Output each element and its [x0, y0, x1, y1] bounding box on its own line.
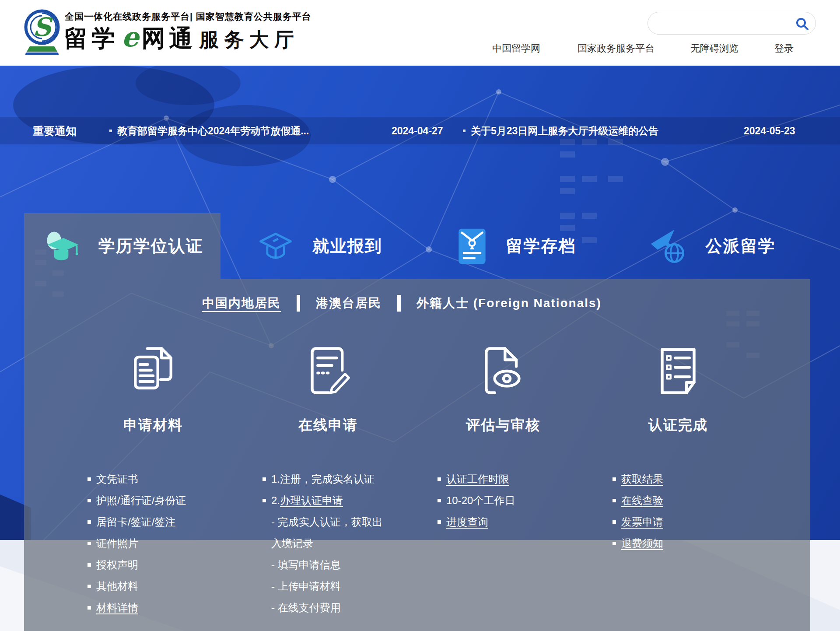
site-logo-icon[interactable]: S: [23, 6, 62, 60]
svg-text:S: S: [33, 12, 53, 42]
step-list: 认证工作时限10-20个工作日进度查询: [438, 468, 569, 533]
list-item[interactable]: 在线查验: [612, 490, 744, 511]
notice-date-1: 2024-04-27: [392, 117, 443, 144]
step-application-materials: 申请材料 文凭证书护照/通行证/身份证居留卡/签证/签注证件照片授权声明其他材料…: [88, 345, 219, 410]
nav-link-cscse[interactable]: 中国留学网: [492, 42, 540, 55]
list-item[interactable]: 材料详情: [88, 597, 219, 618]
subtab-mainland-residents[interactable]: 中国内地居民: [202, 295, 281, 312]
list-item[interactable]: 进度查询: [438, 511, 569, 533]
list-item[interactable]: 发票申请: [612, 511, 744, 533]
list-item: - 上传申请材料: [262, 575, 394, 597]
service-tabs: 学历学位认证 就业报到 留学存档: [24, 213, 810, 279]
residency-subtabs: 中国内地居民 港澳台居民 外籍人士 (Foreign Nationals): [202, 295, 602, 312]
search-input[interactable]: [658, 12, 790, 34]
list-item: 居留卡/签证/签注: [88, 511, 219, 533]
checklist-icon: [612, 345, 744, 410]
notice-link-2[interactable]: 关于5月23日网上服务大厅升级运维的公告: [463, 117, 658, 144]
list-item: - 完成实人认证，获取出 入境记录: [262, 511, 394, 554]
subtab-divider: [297, 295, 300, 312]
notice-date-2: 2024-05-23: [744, 117, 795, 144]
list-item[interactable]: 获取结果: [612, 468, 744, 490]
list-item: 授权声明: [88, 554, 219, 575]
step-title: 在线申请: [262, 416, 394, 435]
step-assessment-review: 评估与审核 认证工作时限10-20个工作日进度查询: [438, 345, 569, 410]
step-title: 评估与审核: [438, 416, 569, 435]
step-certification-complete: 认证完成 获取结果在线查验发票申请退费须知: [612, 345, 744, 410]
tab-government-sponsored[interactable]: 公派留学: [614, 213, 810, 279]
list-item: 证件照片: [88, 533, 219, 554]
degree-certification-panel: 中国内地居民 港澳台居民 外籍人士 (Foreign Nationals) 申请…: [24, 279, 810, 631]
archive-envelope-icon: [455, 226, 489, 266]
list-item: 其他材料: [88, 575, 219, 597]
tab-degree-certification[interactable]: 学历学位认证: [24, 213, 220, 279]
nav-link-gov-platform[interactable]: 国家政务服务平台: [578, 42, 654, 55]
step-list: 1.注册，完成实名认证2.办理认证申请- 完成实人认证，获取出 入境记录- 填写…: [262, 468, 394, 618]
nav-link-accessibility[interactable]: 无障碍浏览: [690, 42, 738, 55]
plane-globe-icon: [648, 226, 689, 266]
list-item: - 在线支付费用: [262, 597, 394, 618]
subtab-hk-macao-taiwan[interactable]: 港澳台居民: [316, 295, 382, 312]
step-list: 获取结果在线查验发票申请退费须知: [612, 468, 744, 554]
notice-label: 重要通知: [33, 117, 77, 144]
step-title: 认证完成: [612, 416, 744, 435]
step-online-application: 在线申请 1.注册，完成实名认证2.办理认证申请- 完成实人认证，获取出 入境记…: [262, 345, 394, 410]
subtab-foreign-nationals[interactable]: 外籍人士 (Foreign Nationals): [416, 295, 602, 312]
subtab-divider: [397, 295, 401, 312]
list-item: 护照/通行证/身份证: [88, 490, 219, 511]
documents-icon: [88, 345, 219, 410]
page-header: S 全国一体化在线政务服务平台| 国家智慧教育公共服务平台 留学e网通服务大厅 …: [0, 0, 840, 66]
notice-bar: 重要通知 教育部留学服务中心2024年劳动节放假通... 2024-04-27 …: [0, 117, 840, 144]
search-box: [648, 12, 816, 35]
graduation-cap-outline-icon: [256, 226, 296, 266]
graduation-cap-teal-icon: [42, 226, 82, 266]
list-item: 文凭证书: [88, 468, 219, 490]
list-item[interactable]: 2.办理认证申请: [262, 490, 394, 511]
search-icon[interactable]: [795, 17, 808, 30]
list-item[interactable]: 认证工作时限: [438, 468, 569, 490]
step-list: 文凭证书护照/通行证/身份证居留卡/签证/签注证件照片授权声明其他材料材料详情: [88, 468, 219, 618]
review-document-icon: [438, 345, 569, 410]
list-item: 1.注册，完成实名认证: [262, 468, 394, 490]
list-item[interactable]: 退费须知: [612, 533, 744, 554]
nav-link-login[interactable]: 登录: [774, 42, 794, 55]
site-title: 留学e网通服务大厅: [64, 21, 299, 55]
tab-study-abroad-archive[interactable]: 留学存档: [417, 213, 614, 279]
edit-document-icon: [262, 345, 394, 410]
step-title: 申请材料: [88, 416, 219, 435]
list-item: 10-20个工作日: [438, 490, 569, 511]
notice-link-1[interactable]: 教育部留学服务中心2024年劳动节放假通...: [109, 117, 309, 144]
list-item: - 填写申请信息: [262, 554, 394, 575]
tab-employment-registration[interactable]: 就业报到: [220, 213, 417, 279]
